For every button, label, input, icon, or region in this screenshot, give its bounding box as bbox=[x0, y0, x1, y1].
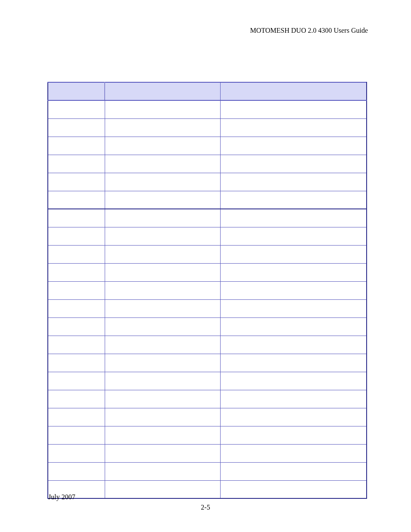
cell-text bbox=[221, 445, 367, 462]
table-row bbox=[48, 263, 367, 281]
table-cell bbox=[48, 336, 105, 354]
cell-text bbox=[221, 282, 367, 299]
table-row bbox=[48, 444, 367, 462]
cell-text bbox=[105, 426, 220, 444]
cell-text bbox=[105, 390, 220, 408]
table-cell bbox=[48, 245, 105, 263]
table-cell bbox=[48, 209, 105, 227]
table-cell bbox=[105, 209, 220, 227]
cell-text bbox=[105, 246, 220, 263]
table-cell bbox=[48, 263, 105, 281]
table-cell bbox=[220, 155, 367, 173]
cell-text bbox=[48, 426, 105, 444]
table-cell bbox=[220, 317, 367, 336]
table-row bbox=[48, 191, 367, 209]
table-cell bbox=[105, 372, 220, 390]
table-header-cell bbox=[220, 82, 367, 100]
table-cell bbox=[220, 462, 367, 480]
cell-text bbox=[221, 101, 367, 118]
table-row bbox=[48, 100, 367, 118]
cell-text bbox=[221, 463, 367, 480]
table-cell bbox=[105, 317, 220, 336]
table-cell bbox=[220, 390, 367, 408]
table-row bbox=[48, 137, 367, 155]
table-cell bbox=[48, 462, 105, 480]
table-cell bbox=[105, 299, 220, 317]
table-cell bbox=[220, 372, 367, 390]
table-cell bbox=[48, 118, 105, 137]
table-row bbox=[48, 155, 367, 173]
table-cell bbox=[220, 137, 367, 155]
table-cell bbox=[105, 155, 220, 173]
content-table-wrap bbox=[47, 82, 366, 499]
cell-text bbox=[221, 137, 367, 155]
cell-text bbox=[105, 300, 220, 317]
cell-text bbox=[221, 481, 367, 498]
cell-text bbox=[48, 408, 105, 426]
cell-text bbox=[221, 264, 367, 281]
cell-text bbox=[221, 191, 367, 209]
table-cell bbox=[105, 191, 220, 209]
table-cell bbox=[105, 462, 220, 480]
cell-text bbox=[105, 209, 220, 227]
table-row bbox=[48, 281, 367, 299]
table-row bbox=[48, 299, 367, 317]
cell-text bbox=[105, 481, 220, 498]
table-row bbox=[48, 480, 367, 498]
table-cell bbox=[48, 155, 105, 173]
table-cell bbox=[105, 245, 220, 263]
table-row bbox=[48, 462, 367, 480]
cell-text bbox=[221, 354, 367, 372]
cell-text bbox=[48, 137, 105, 155]
table-cell bbox=[220, 227, 367, 245]
table-cell bbox=[220, 245, 367, 263]
table-row bbox=[48, 118, 367, 137]
table-header-label bbox=[48, 83, 104, 100]
table-cell bbox=[220, 444, 367, 462]
table-row bbox=[48, 336, 367, 354]
table-cell bbox=[220, 173, 367, 191]
cell-text bbox=[48, 372, 105, 390]
cell-text bbox=[221, 227, 367, 245]
cell-text bbox=[105, 173, 220, 191]
table-cell bbox=[105, 281, 220, 299]
cell-text bbox=[48, 101, 105, 118]
cell-text bbox=[48, 318, 105, 336]
running-header: MOTOMESH DUO 2.0 4300 Users Guide bbox=[250, 27, 368, 34]
cell-text bbox=[48, 246, 105, 263]
cell-text bbox=[105, 408, 220, 426]
table-cell bbox=[105, 480, 220, 498]
table-cell bbox=[105, 100, 220, 118]
table-row bbox=[48, 390, 367, 408]
table-cell bbox=[105, 137, 220, 155]
table-row bbox=[48, 354, 367, 372]
cell-text bbox=[48, 336, 105, 354]
footer-page-number: 2-5 bbox=[48, 504, 363, 511]
table-cell bbox=[105, 390, 220, 408]
table-cell bbox=[105, 444, 220, 462]
table-cell bbox=[220, 480, 367, 498]
table-cell bbox=[105, 118, 220, 137]
cell-text bbox=[105, 101, 220, 118]
table-cell bbox=[220, 209, 367, 227]
table-row bbox=[48, 227, 367, 245]
table-cell bbox=[48, 426, 105, 444]
cell-text bbox=[221, 318, 367, 336]
table-cell bbox=[48, 444, 105, 462]
cell-text bbox=[221, 426, 367, 444]
cell-text bbox=[105, 155, 220, 173]
cell-text bbox=[105, 318, 220, 336]
cell-text bbox=[105, 445, 220, 462]
cell-text bbox=[221, 372, 367, 390]
table-cell bbox=[48, 390, 105, 408]
cell-text bbox=[48, 155, 105, 173]
table-cell bbox=[48, 227, 105, 245]
table-row bbox=[48, 209, 367, 227]
table-cell bbox=[105, 354, 220, 372]
cell-text bbox=[48, 445, 105, 462]
cell-text bbox=[221, 119, 367, 137]
table-cell bbox=[220, 191, 367, 209]
cell-text bbox=[105, 119, 220, 137]
cell-text bbox=[105, 372, 220, 390]
content-table bbox=[47, 82, 367, 499]
